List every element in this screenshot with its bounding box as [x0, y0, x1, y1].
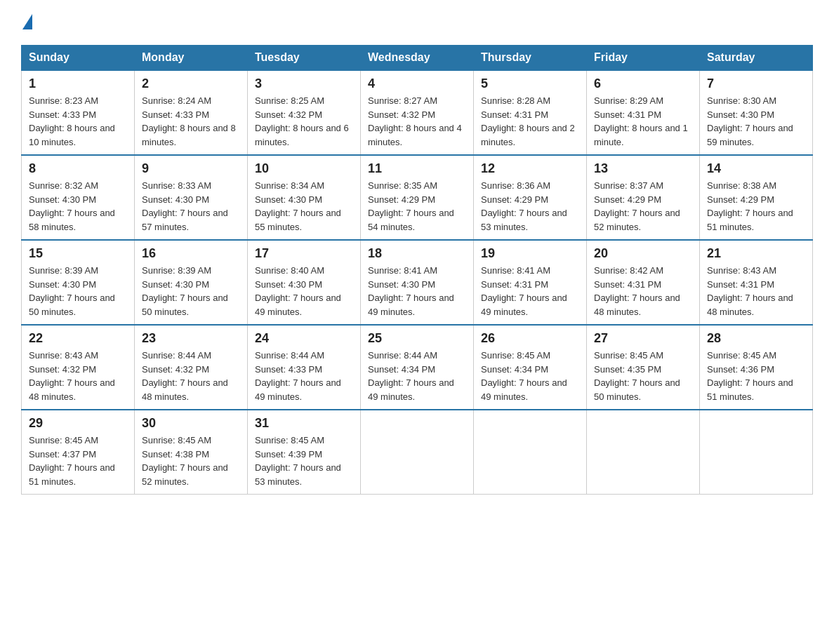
calendar-cell: 26 Sunrise: 8:45 AMSunset: 4:34 PMDaylig…	[474, 325, 587, 410]
day-number: 14	[707, 161, 805, 176]
day-number: 29	[29, 416, 127, 431]
day-number: 11	[368, 161, 466, 176]
day-info: Sunrise: 8:35 AMSunset: 4:29 PMDaylight:…	[368, 180, 454, 232]
calendar-cell	[587, 410, 700, 495]
day-info: Sunrise: 8:38 AMSunset: 4:29 PMDaylight:…	[707, 180, 793, 232]
day-number: 31	[255, 416, 353, 431]
calendar-cell	[700, 410, 813, 495]
calendar-cell: 27 Sunrise: 8:45 AMSunset: 4:35 PMDaylig…	[587, 325, 700, 410]
day-number: 2	[142, 76, 240, 91]
day-info: Sunrise: 8:40 AMSunset: 4:30 PMDaylight:…	[255, 265, 341, 317]
day-number: 7	[707, 76, 805, 91]
calendar-week-row: 15 Sunrise: 8:39 AMSunset: 4:30 PMDaylig…	[22, 240, 813, 325]
day-info: Sunrise: 8:34 AMSunset: 4:30 PMDaylight:…	[255, 180, 341, 232]
day-number: 18	[368, 246, 466, 261]
day-info: Sunrise: 8:45 AMSunset: 4:39 PMDaylight:…	[255, 435, 341, 487]
weekday-header-row: SundayMondayTuesdayWednesdayThursdayFrid…	[22, 46, 813, 71]
logo	[21, 14, 32, 31]
calendar-cell: 16 Sunrise: 8:39 AMSunset: 4:30 PMDaylig…	[135, 240, 248, 325]
day-number: 8	[29, 161, 127, 176]
day-number: 28	[707, 331, 805, 346]
calendar-cell: 6 Sunrise: 8:29 AMSunset: 4:31 PMDayligh…	[587, 70, 700, 155]
day-number: 3	[255, 76, 353, 91]
calendar-cell: 29 Sunrise: 8:45 AMSunset: 4:37 PMDaylig…	[22, 410, 135, 495]
day-number: 10	[255, 161, 353, 176]
weekday-header-saturday: Saturday	[700, 46, 813, 71]
logo-triangle-icon	[22, 14, 32, 29]
calendar-cell: 18 Sunrise: 8:41 AMSunset: 4:30 PMDaylig…	[361, 240, 474, 325]
calendar-cell: 13 Sunrise: 8:37 AMSunset: 4:29 PMDaylig…	[587, 155, 700, 240]
day-info: Sunrise: 8:45 AMSunset: 4:34 PMDaylight:…	[481, 350, 567, 402]
day-number: 12	[481, 161, 579, 176]
day-info: Sunrise: 8:33 AMSunset: 4:30 PMDaylight:…	[142, 180, 228, 232]
calendar-cell: 22 Sunrise: 8:43 AMSunset: 4:32 PMDaylig…	[22, 325, 135, 410]
day-info: Sunrise: 8:45 AMSunset: 4:35 PMDaylight:…	[594, 350, 680, 402]
day-info: Sunrise: 8:43 AMSunset: 4:31 PMDaylight:…	[707, 265, 793, 317]
day-info: Sunrise: 8:42 AMSunset: 4:31 PMDaylight:…	[594, 265, 680, 317]
day-info: Sunrise: 8:39 AMSunset: 4:30 PMDaylight:…	[29, 265, 115, 317]
weekday-header-thursday: Thursday	[474, 46, 587, 71]
day-info: Sunrise: 8:44 AMSunset: 4:32 PMDaylight:…	[142, 350, 228, 402]
day-number: 6	[594, 76, 692, 91]
day-number: 17	[255, 246, 353, 261]
calendar-cell: 15 Sunrise: 8:39 AMSunset: 4:30 PMDaylig…	[22, 240, 135, 325]
day-number: 21	[707, 246, 805, 261]
calendar-cell: 10 Sunrise: 8:34 AMSunset: 4:30 PMDaylig…	[248, 155, 361, 240]
calendar-cell: 17 Sunrise: 8:40 AMSunset: 4:30 PMDaylig…	[248, 240, 361, 325]
day-number: 20	[594, 246, 692, 261]
day-number: 1	[29, 76, 127, 91]
calendar-cell: 5 Sunrise: 8:28 AMSunset: 4:31 PMDayligh…	[474, 70, 587, 155]
day-number: 30	[142, 416, 240, 431]
calendar-cell: 4 Sunrise: 8:27 AMSunset: 4:32 PMDayligh…	[361, 70, 474, 155]
day-number: 27	[594, 331, 692, 346]
calendar-cell: 1 Sunrise: 8:23 AMSunset: 4:33 PMDayligh…	[22, 70, 135, 155]
calendar-cell	[361, 410, 474, 495]
calendar-cell: 11 Sunrise: 8:35 AMSunset: 4:29 PMDaylig…	[361, 155, 474, 240]
day-info: Sunrise: 8:25 AMSunset: 4:32 PMDaylight:…	[255, 95, 349, 147]
day-number: 25	[368, 331, 466, 346]
weekday-header-friday: Friday	[587, 46, 700, 71]
day-number: 22	[29, 331, 127, 346]
calendar-cell: 9 Sunrise: 8:33 AMSunset: 4:30 PMDayligh…	[135, 155, 248, 240]
weekday-header-tuesday: Tuesday	[248, 46, 361, 71]
page-header	[21, 14, 813, 31]
day-info: Sunrise: 8:23 AMSunset: 4:33 PMDaylight:…	[29, 95, 115, 147]
day-info: Sunrise: 8:39 AMSunset: 4:30 PMDaylight:…	[142, 265, 228, 317]
weekday-header-monday: Monday	[135, 46, 248, 71]
day-info: Sunrise: 8:44 AMSunset: 4:34 PMDaylight:…	[368, 350, 454, 402]
calendar-table: SundayMondayTuesdayWednesdayThursdayFrid…	[21, 45, 813, 495]
calendar-cell: 25 Sunrise: 8:44 AMSunset: 4:34 PMDaylig…	[361, 325, 474, 410]
calendar-cell: 19 Sunrise: 8:41 AMSunset: 4:31 PMDaylig…	[474, 240, 587, 325]
calendar-cell: 28 Sunrise: 8:45 AMSunset: 4:36 PMDaylig…	[700, 325, 813, 410]
day-info: Sunrise: 8:30 AMSunset: 4:30 PMDaylight:…	[707, 95, 793, 147]
day-info: Sunrise: 8:41 AMSunset: 4:30 PMDaylight:…	[368, 265, 454, 317]
calendar-week-row: 8 Sunrise: 8:32 AMSunset: 4:30 PMDayligh…	[22, 155, 813, 240]
calendar-week-row: 29 Sunrise: 8:45 AMSunset: 4:37 PMDaylig…	[22, 410, 813, 495]
day-info: Sunrise: 8:43 AMSunset: 4:32 PMDaylight:…	[29, 350, 115, 402]
calendar-cell: 24 Sunrise: 8:44 AMSunset: 4:33 PMDaylig…	[248, 325, 361, 410]
calendar-cell: 14 Sunrise: 8:38 AMSunset: 4:29 PMDaylig…	[700, 155, 813, 240]
day-number: 4	[368, 76, 466, 91]
calendar-cell: 30 Sunrise: 8:45 AMSunset: 4:38 PMDaylig…	[135, 410, 248, 495]
day-info: Sunrise: 8:37 AMSunset: 4:29 PMDaylight:…	[594, 180, 680, 232]
day-info: Sunrise: 8:24 AMSunset: 4:33 PMDaylight:…	[142, 95, 236, 147]
day-info: Sunrise: 8:41 AMSunset: 4:31 PMDaylight:…	[481, 265, 567, 317]
day-number: 16	[142, 246, 240, 261]
calendar-cell: 2 Sunrise: 8:24 AMSunset: 4:33 PMDayligh…	[135, 70, 248, 155]
day-number: 9	[142, 161, 240, 176]
day-info: Sunrise: 8:36 AMSunset: 4:29 PMDaylight:…	[481, 180, 567, 232]
day-info: Sunrise: 8:44 AMSunset: 4:33 PMDaylight:…	[255, 350, 341, 402]
calendar-cell: 12 Sunrise: 8:36 AMSunset: 4:29 PMDaylig…	[474, 155, 587, 240]
day-info: Sunrise: 8:32 AMSunset: 4:30 PMDaylight:…	[29, 180, 115, 232]
calendar-cell: 20 Sunrise: 8:42 AMSunset: 4:31 PMDaylig…	[587, 240, 700, 325]
calendar-cell	[474, 410, 587, 495]
calendar-cell: 23 Sunrise: 8:44 AMSunset: 4:32 PMDaylig…	[135, 325, 248, 410]
day-number: 5	[481, 76, 579, 91]
day-number: 15	[29, 246, 127, 261]
day-number: 23	[142, 331, 240, 346]
calendar-cell: 31 Sunrise: 8:45 AMSunset: 4:39 PMDaylig…	[248, 410, 361, 495]
calendar-cell: 8 Sunrise: 8:32 AMSunset: 4:30 PMDayligh…	[22, 155, 135, 240]
day-number: 13	[594, 161, 692, 176]
calendar-week-row: 1 Sunrise: 8:23 AMSunset: 4:33 PMDayligh…	[22, 70, 813, 155]
day-info: Sunrise: 8:45 AMSunset: 4:37 PMDaylight:…	[29, 435, 115, 487]
